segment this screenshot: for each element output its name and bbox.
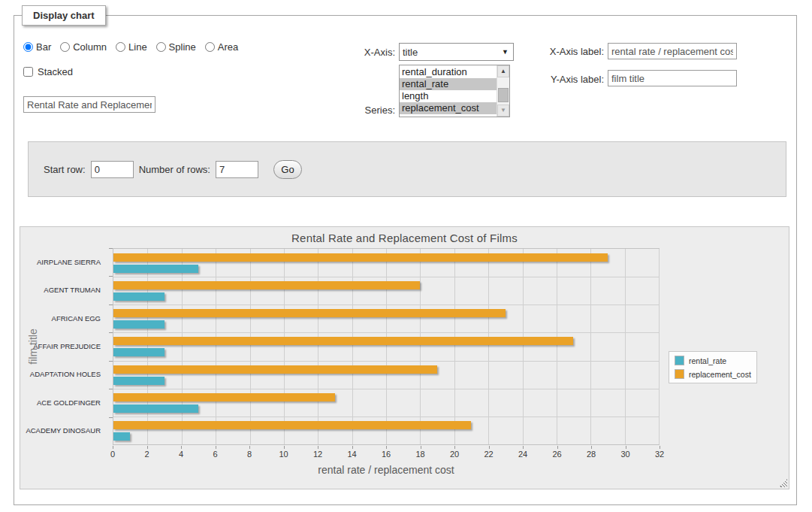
y-tick-mark: [109, 248, 113, 249]
bar-replacement_cost[interactable]: [113, 309, 506, 317]
chart-title: Rental Rate and Replacement Cost of Film…: [20, 232, 789, 244]
scrollbar-thumb[interactable]: [498, 88, 509, 102]
x-tick-mark: [352, 446, 353, 449]
series-option-replacement_cost[interactable]: replacement_cost: [400, 102, 497, 114]
x-tick-mark: [386, 446, 387, 449]
stacked-checkbox-row[interactable]: Stacked: [23, 66, 73, 77]
bar-replacement_cost[interactable]: [113, 421, 471, 429]
bar-replacement_cost[interactable]: [113, 365, 437, 374]
radio-label: Column: [73, 41, 107, 53]
x-tick-mark: [454, 446, 455, 449]
x-tick-mark: [523, 446, 524, 449]
bar-rental_rate[interactable]: [113, 404, 198, 413]
chart-type-option-spline[interactable]: Spline: [156, 41, 196, 53]
category-label: ADAPTATION HOLES: [20, 370, 107, 379]
x-tick-label: 32: [655, 450, 664, 459]
radio-line[interactable]: [116, 42, 125, 52]
category-band: [113, 249, 659, 277]
chart-type-option-line[interactable]: Line: [116, 41, 147, 53]
category-band: [113, 304, 659, 332]
bar-rental_rate[interactable]: [113, 377, 165, 385]
x-tick-label: 10: [279, 450, 288, 459]
bar-rental_rate[interactable]: [113, 292, 165, 301]
x-tick-mark: [249, 446, 250, 449]
resize-handle-icon[interactable]: [779, 479, 787, 487]
x-tick-label: 28: [587, 450, 596, 459]
y-tick-mark: [109, 332, 113, 333]
category-label: AFRICAN EGG: [20, 314, 107, 323]
radio-label: Area: [218, 41, 238, 53]
x-axis-label-input[interactable]: [608, 43, 737, 59]
stacked-label: Stacked: [38, 66, 73, 77]
radio-column[interactable]: [60, 42, 70, 52]
gridline: [659, 249, 660, 444]
bar-rental_rate[interactable]: [113, 348, 165, 356]
bar-rental_rate[interactable]: [113, 432, 130, 441]
chart-type-option-bar[interactable]: Bar: [23, 41, 51, 53]
x-tick-label: 30: [620, 450, 629, 459]
x-tick-mark: [626, 446, 626, 449]
fieldset-legend: Display chart: [22, 5, 106, 26]
x-tick-label: 26: [552, 450, 561, 459]
bar-replacement_cost[interactable]: [113, 281, 420, 289]
chart-panel: Rental Rate and Replacement Cost of Film…: [20, 226, 789, 489]
bar-replacement_cost[interactable]: [113, 253, 608, 262]
x-tick-mark: [421, 446, 421, 449]
series-option-length[interactable]: length: [400, 90, 497, 102]
x-axis-select-label: X-Axis:: [285, 47, 395, 58]
bar-rental_rate[interactable]: [113, 265, 198, 273]
series-option-rental_duration[interactable]: rental_duration: [400, 66, 497, 78]
legend-label: rental_rate: [689, 356, 726, 365]
num-rows-input[interactable]: [216, 161, 258, 178]
category-band: [113, 361, 659, 389]
category-band: [113, 417, 659, 444]
chart-title-input[interactable]: [23, 96, 155, 113]
x-tick-mark: [113, 446, 113, 449]
bar-replacement_cost[interactable]: [113, 337, 573, 345]
radio-spline[interactable]: [156, 42, 166, 52]
x-tick-mark: [216, 446, 216, 449]
y-axis-label-label: Y-Axis label:: [495, 74, 604, 85]
bar-rental_rate[interactable]: [113, 320, 165, 329]
start-row-input[interactable]: [91, 161, 134, 178]
x-tick-label: 4: [179, 450, 183, 459]
y-axis-label-input[interactable]: [608, 70, 737, 86]
x-tick-mark: [284, 446, 285, 449]
x-tick-label: 22: [484, 450, 493, 459]
x-tick-label: 2: [144, 450, 149, 459]
x-tick-mark: [147, 446, 148, 449]
x-tick-label: 20: [450, 450, 459, 459]
series-option-rental_rate[interactable]: rental_rate: [400, 78, 497, 90]
x-tick-label: 16: [382, 450, 391, 459]
radio-label: Spline: [169, 41, 196, 53]
category-label: AGENT TRUMAN: [20, 286, 107, 295]
bar-replacement_cost[interactable]: [113, 393, 335, 401]
chart-type-option-area[interactable]: Area: [205, 41, 238, 53]
x-axis-title: rental rate / replacement cost: [113, 464, 660, 476]
category-band: [113, 389, 659, 417]
stacked-checkbox[interactable]: [23, 67, 33, 77]
legend-label: replacement_cost: [689, 370, 751, 379]
chart-type-option-column[interactable]: Column: [60, 41, 107, 53]
y-tick-mark: [109, 304, 113, 305]
legend-swatch: [675, 356, 684, 365]
x-tick-label: 14: [347, 450, 356, 459]
series-options: rental_durationrental_ratelengthreplacem…: [400, 65, 497, 117]
radio-area[interactable]: [205, 42, 215, 52]
series-label: Series:: [285, 105, 395, 116]
x-tick-mark: [660, 446, 660, 449]
legend-item: replacement_cost: [675, 369, 751, 379]
y-tick-mark: [109, 276, 113, 277]
x-tick-mark: [591, 446, 592, 449]
num-rows-label: Number of rows:: [139, 164, 210, 175]
x-axis-selected-value: title: [403, 47, 418, 58]
radio-bar[interactable]: [23, 42, 33, 52]
series-listbox[interactable]: rental_durationrental_ratelengthreplacem…: [399, 65, 510, 117]
scroll-down-icon[interactable]: ▼: [497, 105, 509, 117]
category-label: AFFAIR PREJUDICE: [20, 342, 107, 351]
x-tick-label: 12: [313, 450, 322, 459]
chart-legend: rental_ratereplacement_cost: [669, 351, 757, 383]
plot-area: [113, 248, 660, 445]
go-button[interactable]: Go: [273, 160, 302, 179]
category-label: ACADEMY DINOSAUR: [20, 426, 107, 435]
